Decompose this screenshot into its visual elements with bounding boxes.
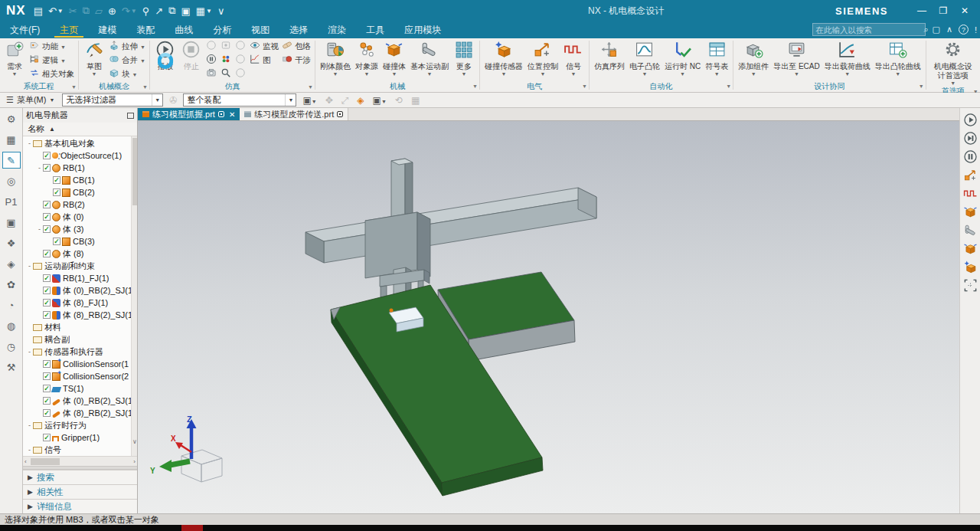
dropdown-caret-icon[interactable]: ▼ [895, 71, 900, 77]
collision-body-alt-icon[interactable] [962, 241, 978, 257]
machine-navigator-icon[interactable]: ✎ [3, 152, 20, 168]
ribbon-group-label-机械概念[interactable]: 机械概念▼ [80, 81, 149, 92]
tree-row-体 (8)[interactable]: ✓体 (8) [23, 247, 137, 260]
group-dialog-caret-icon[interactable]: ▼ [472, 84, 478, 89]
motion-navigator-icon[interactable]: ◈ [3, 256, 20, 271]
tree-row-CollisionSensor(2[interactable]: ✓CollisionSensor(2 [23, 370, 137, 382]
gantry-carriage[interactable] [365, 212, 430, 278]
tree-column-header[interactable]: 名称 ▲ [23, 123, 137, 136]
ribbon-button-导出载荷曲线[interactable]: 导出载荷曲线▼ [822, 40, 873, 77]
group-dialog-caret-icon[interactable]: ▼ [142, 84, 148, 90]
ribbon-button-监视[interactable]: 监视 [248, 40, 280, 54]
scrollbar-thumb[interactable] [31, 458, 60, 465]
search-input[interactable] [813, 25, 921, 34]
tree-checkbox[interactable]: ✓ [43, 287, 51, 294]
part-tab-1[interactable]: 练习模型皮带传送.prt [240, 108, 348, 120]
snapshot-filter-icon[interactable]: ✇ [168, 95, 178, 106]
panel-section-详细信息[interactable]: ▶详细信息 [23, 499, 137, 513]
tree-checkbox[interactable]: ✓ [43, 152, 51, 159]
capture-icon[interactable] [206, 67, 217, 81]
step-icon[interactable] [962, 130, 978, 146]
ribbon-tab-3[interactable]: 装配 [126, 21, 165, 38]
dropdown-caret-icon[interactable]: ▼ [140, 58, 145, 64]
ribbon-group-label-设计协同[interactable]: 设计协同▼ [734, 80, 925, 92]
3d-scene[interactable]: Z X Y [138, 121, 959, 513]
ribbon-button-合并[interactable]: 合并▼ [107, 54, 147, 67]
minimize-ribbon-icon[interactable]: ∧ [946, 25, 952, 34]
dropdown-caret-icon[interactable]: ▼ [60, 44, 66, 50]
cut-icon[interactable]: ✂ [69, 5, 77, 17]
ribbon-button-图[interactable]: 图 [248, 54, 280, 67]
alert-icon[interactable]: ! [975, 25, 977, 34]
scroll-down-icon[interactable]: ∨ [132, 438, 137, 445]
assembly-navigator-icon[interactable]: ▦ [3, 132, 20, 147]
undock-panel-icon[interactable] [127, 113, 134, 119]
ribbon-collapse-icon[interactable]: ∨ [217, 5, 225, 17]
tree-vertical-scrollbar[interactable]: ∨ [131, 136, 137, 456]
dropdown-caret-icon[interactable]: ▼ [844, 71, 850, 77]
simulation-navigator-icon[interactable]: ✿ [3, 277, 20, 292]
tree-checkbox[interactable]: ✓ [53, 176, 60, 184]
ribbon-button-符号表[interactable]: 符号表▼ [703, 40, 730, 77]
tree-expander-icon[interactable]: - [26, 446, 33, 454]
orbit-icon[interactable]: ⊕ [108, 5, 116, 17]
save-icon[interactable]: ▤ [34, 5, 43, 17]
tree-row-体 (0)_RB(2)_SJ(1)[interactable]: ✓体 (0)_RB(2)_SJ(1) [23, 284, 137, 297]
ribbon-tab-2[interactable]: 建模 [88, 21, 126, 38]
group-dialog-caret-icon[interactable]: ▼ [582, 84, 587, 89]
tree-row-体 (0)[interactable]: ✓体 (0) [23, 211, 137, 223]
expand-arrow-icon[interactable]: ▶ [28, 488, 33, 496]
window-cascade-icon[interactable]: ▦▼ [196, 5, 212, 17]
dropdown-caret-icon[interactable]: ▼ [332, 71, 338, 77]
tree-checkbox[interactable]: ✓ [43, 201, 51, 208]
ribbon-button-拉伸[interactable]: 拉伸▼ [107, 40, 147, 54]
ribbon-button-位置控制[interactable]: 位置控制▼ [525, 40, 560, 77]
ribbon-group-label-机械[interactable]: 机械▼ [316, 80, 479, 92]
ribbon-tab-10[interactable]: 应用模块 [394, 21, 451, 38]
combo-dropdown-icon[interactable]: ▼ [152, 94, 162, 106]
ribbon-button-基本运动副[interactable]: 基本运动副▼ [408, 40, 451, 77]
paste-icon[interactable]: ▱ [95, 5, 103, 17]
combo-dropdown-icon[interactable]: ▼ [285, 94, 296, 106]
ribbon-tab-4[interactable]: 曲线 [165, 21, 203, 38]
ribbon-button-逻辑[interactable]: 逻辑▼ [28, 54, 76, 67]
ribbon-tab-9[interactable]: 工具 [356, 21, 394, 38]
tree-checkbox[interactable]: ✓ [43, 397, 51, 405]
group-dialog-caret-icon[interactable]: ▼ [71, 84, 77, 90]
dropdown-caret-icon[interactable]: ▼ [426, 71, 432, 77]
ribbon-tab-0[interactable]: 文件(F) [0, 21, 50, 38]
tree-checkbox[interactable]: ✓ [43, 434, 51, 441]
tree-expander-icon[interactable]: - [26, 348, 33, 356]
part-tab-0[interactable]: 练习模型抓握.prt✕ [138, 108, 240, 120]
tree-checkbox[interactable]: ✓ [43, 311, 51, 319]
ribbon-group-label-系统工程[interactable]: 系统工程▼ [0, 81, 77, 92]
tree-row-体 (3)[interactable]: -✓体 (3) [23, 223, 137, 235]
panel-section-搜索[interactable]: ▶搜索 [23, 470, 137, 484]
fullscreen-icon[interactable]: ▢ [932, 25, 939, 34]
tree-row-RB(2)[interactable]: ✓RB(2) [23, 198, 137, 211]
ribbon-group-label-仿真[interactable]: 仿真▼ [151, 81, 314, 92]
pause-icon[interactable] [962, 149, 978, 165]
dropdown-caret-icon[interactable]: ▼ [60, 58, 66, 64]
undo-icon[interactable]: ↶▼ [48, 5, 64, 17]
dropdown-caret-icon[interactable]: ▼ [131, 8, 137, 15]
dropdown-caret-icon[interactable]: ▼ [57, 8, 64, 15]
restore-button[interactable]: ❐ [933, 2, 954, 19]
expand-arrow-icon[interactable]: ▶ [28, 503, 33, 510]
tree-expander-icon[interactable]: - [26, 262, 33, 270]
tree-row-CB(2)[interactable]: ✓CB(2) [23, 186, 137, 198]
menu-button[interactable]: ☰ 菜单(M) ▼ [3, 94, 57, 106]
dropdown-caret-icon[interactable]: ▼ [92, 71, 97, 77]
tree-row-Gripper(1)[interactable]: ✓Gripper(1) [23, 431, 137, 444]
selection-scope-combo[interactable]: 整个装配 ▼ [183, 93, 296, 107]
fit-view-icon[interactable] [962, 277, 978, 293]
ribbon-tab-8[interactable]: 渲染 [318, 21, 356, 38]
tree-row-TS(1)[interactable]: ✓TS(1) [23, 382, 137, 395]
dropdown-caret-icon[interactable]: ▼ [950, 80, 956, 86]
group-dialog-caret-icon[interactable]: ▼ [726, 84, 731, 89]
tree-checkbox[interactable]: ✓ [43, 250, 51, 257]
visual-reports-icon[interactable]: ❖ [3, 235, 20, 251]
dropdown-caret-icon[interactable]: ▼ [714, 71, 720, 77]
tree-checkbox[interactable]: ✓ [43, 213, 51, 221]
ribbon-group-label-电气[interactable]: 电气▼ [481, 80, 588, 92]
